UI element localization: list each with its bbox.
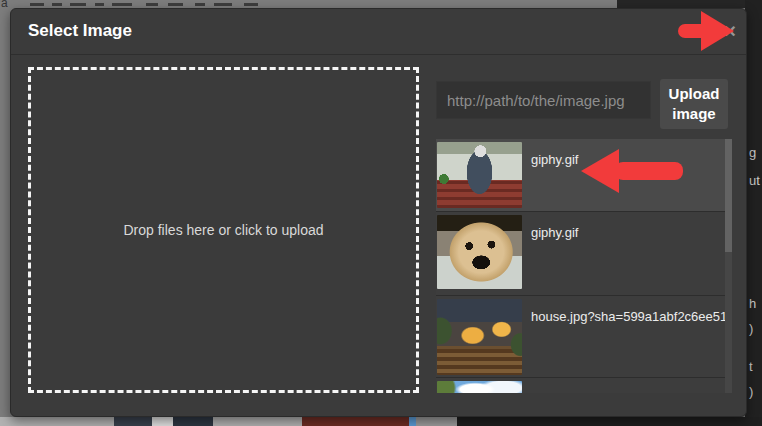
- backdrop-dark-block: [617, 0, 762, 8]
- clipped-text-fragment: t: [749, 360, 753, 373]
- dropzone-label: Drop files here or click to upload: [124, 222, 324, 238]
- scrollbar-thumb[interactable]: [725, 139, 732, 252]
- clipped-text-fragment: h: [749, 297, 756, 310]
- file-dropzone[interactable]: Drop files here or click to upload: [28, 67, 419, 393]
- image-thumbnail: [437, 299, 522, 375]
- image-list: giphy.gif giphy.gif house.jpg?sha=599a1a…: [436, 139, 732, 393]
- photo-fragment: [416, 417, 457, 426]
- clipped-text-fragment: [195, 3, 205, 6]
- select-image-modal: Select Image ✕ Drop files here or click …: [10, 8, 747, 417]
- clipped-text-fragment: [214, 3, 232, 6]
- clipped-text-fragment: [70, 3, 86, 6]
- image-thumbnail: [437, 142, 522, 208]
- clipped-text-fragment: [244, 3, 258, 6]
- image-thumbnail: [437, 381, 522, 393]
- list-item-landscape[interactable]: house.jpg?sha=67c79177c0b14b11: [436, 377, 732, 393]
- clipped-text-fragment: [112, 3, 132, 6]
- clipped-text-fragment: [95, 3, 104, 6]
- list-item-house[interactable]: house.jpg?sha=599a1abf2c6ee516: [436, 295, 732, 377]
- photo-fragment: [302, 417, 409, 426]
- clipped-text-fragment: ut: [749, 174, 760, 187]
- image-filename: giphy.gif: [531, 225, 578, 240]
- upload-image-button[interactable]: Upload image: [660, 79, 728, 129]
- photo-fragment: [152, 417, 173, 426]
- image-thumbnail: [437, 215, 522, 289]
- image-filename: house.jpg?sha=67c79177c0b14b11: [531, 391, 732, 393]
- clipped-text-fragment: [146, 3, 158, 6]
- close-button[interactable]: ✕: [720, 22, 740, 42]
- clipped-text-fragment: ): [749, 322, 753, 335]
- clipped-text-fragment: [52, 3, 62, 6]
- screen: a g ut h ) t ) Select Image ✕ Drop files…: [0, 0, 762, 426]
- scrollbar-fragment: [409, 417, 416, 426]
- scrollbar-track[interactable]: [725, 139, 732, 393]
- modal-header: Select Image ✕: [11, 9, 746, 55]
- list-item-giphy-1[interactable]: giphy.gif: [436, 139, 732, 211]
- backdrop-letter: a: [1, 0, 8, 9]
- image-filename: giphy.gif: [531, 152, 578, 167]
- image-filename: house.jpg?sha=599a1abf2c6ee516: [531, 309, 732, 324]
- arrow-tail: [678, 24, 710, 38]
- backdrop-right-strip: [745, 0, 762, 426]
- clipped-text-fragment: [168, 3, 183, 6]
- image-url-input[interactable]: [436, 81, 651, 119]
- backdrop-bottom-photo: [0, 417, 762, 426]
- photo-fragment: [114, 417, 152, 426]
- photo-fragment: [173, 417, 213, 426]
- clipped-text-fragment: [30, 3, 44, 6]
- list-item-giphy-2[interactable]: giphy.gif: [436, 211, 732, 295]
- clipped-text-fragment: g: [749, 146, 756, 159]
- clipped-text-fragment: ): [749, 385, 753, 398]
- modal-title: Select Image: [28, 21, 132, 41]
